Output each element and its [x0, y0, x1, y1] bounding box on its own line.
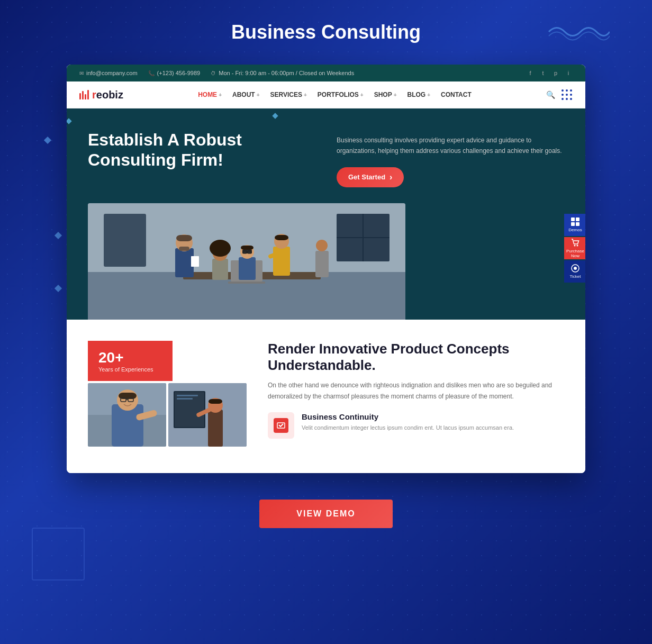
nav-item-services[interactable]: SERVICES +	[266, 88, 311, 102]
nav-link-services[interactable]: SERVICES +	[266, 88, 311, 102]
pinterest-icon[interactable]: p	[551, 69, 560, 77]
svg-point-17	[210, 240, 231, 257]
logo-text: reobiz	[92, 89, 123, 101]
logo-bar-2	[82, 91, 84, 99]
logo-bar-1	[79, 93, 81, 99]
instagram-icon[interactable]: i	[564, 69, 573, 77]
get-started-button[interactable]: Get Started	[337, 167, 404, 187]
nav-right: 🔍	[546, 89, 573, 101]
lower-right: Render Innovative Product Concepts Under…	[268, 341, 564, 447]
lower-section-title: Render Innovative Product Concepts Under…	[268, 341, 564, 374]
dot-5	[566, 94, 568, 96]
phone-bar-item: 📞 (+123) 456-9989	[148, 70, 201, 76]
svg-point-29	[316, 240, 328, 251]
dot-4	[562, 94, 564, 96]
email-text: info@company.com	[86, 70, 138, 76]
nav-link-portfolios[interactable]: PORTFOLIOS +	[313, 88, 368, 102]
demos-button[interactable]: Demos	[564, 214, 585, 236]
navbar: reobiz HOME + ABOUT + SERVICES + PORT	[67, 81, 585, 108]
hero-left: Establish A Robust Consulting Firm!	[88, 130, 315, 170]
svg-point-35	[577, 244, 578, 246]
hours-bar-item: ⏱ Mon - Fri: 9:00 am - 06:00pm / Closed …	[211, 70, 354, 76]
dot-1	[562, 89, 564, 92]
purchase-label: Purchase Now	[564, 249, 585, 258]
phone-icon: 📞	[148, 70, 155, 76]
nav-item-portfolios[interactable]: PORTFOLIOS +	[313, 88, 368, 102]
nav-item-shop[interactable]: SHOP +	[370, 88, 401, 102]
lower-section-desc: On the other hand we denounce with right…	[268, 380, 564, 402]
clock-icon: ⏱	[211, 70, 216, 76]
logo-bar-4	[87, 90, 89, 99]
ticket-button[interactable]: Ticket	[564, 260, 585, 283]
svg-rect-3	[104, 214, 146, 267]
svg-rect-26	[275, 235, 288, 240]
twitter-icon[interactable]: t	[539, 69, 547, 77]
dot-6	[570, 94, 572, 96]
lower-section: 20+ Years of Experiences	[67, 320, 585, 473]
nav-link-about[interactable]: ABOUT +	[228, 88, 264, 102]
dot-3	[570, 89, 572, 92]
svg-rect-50	[175, 392, 204, 427]
nav-item-home[interactable]: HOME +	[194, 88, 226, 102]
nav-item-about[interactable]: ABOUT +	[228, 88, 264, 102]
nav-item-blog[interactable]: BLOG +	[403, 88, 435, 102]
diamond-1	[44, 137, 51, 144]
stats-label: Years of Experiences	[98, 366, 162, 373]
feature-text: Velit condimentum integer lectus ipsum c…	[302, 423, 514, 433]
nav-link-blog[interactable]: BLOG +	[403, 88, 435, 102]
hero-right: Business consulting involves providing e…	[337, 130, 564, 187]
svg-rect-28	[315, 251, 329, 277]
hero-title: Establish A Robust Consulting Firm!	[88, 130, 315, 170]
nav-plus-shop: +	[394, 92, 397, 98]
hero-image	[88, 203, 405, 320]
diamond-3	[55, 285, 62, 292]
lower-img-1	[88, 383, 166, 447]
svg-rect-13	[179, 247, 189, 251]
nav-link-contact[interactable]: CONTACT	[437, 88, 476, 102]
hero-image-container: Demos Purchase Now Ticket	[88, 203, 564, 320]
mockup-container: ✉ info@company.com 📞 (+123) 456-9989 ⏱ M…	[67, 65, 585, 473]
svg-rect-33	[576, 222, 579, 226]
svg-rect-14	[191, 256, 199, 267]
hours-text: Mon - Fri: 9:00 am - 06:00pm / Closed on…	[219, 70, 354, 76]
svg-rect-9	[228, 282, 265, 284]
demos-label: Demos	[568, 228, 582, 232]
hero-section: Establish A Robust Consulting Firm! Busi…	[67, 108, 585, 320]
dot-2	[566, 89, 568, 92]
nav-item-contact[interactable]: CONTACT	[437, 88, 476, 102]
logo[interactable]: reobiz	[79, 89, 123, 101]
phone-text: (+123) 456-9989	[157, 70, 201, 76]
svg-point-37	[574, 267, 577, 270]
email-icon: ✉	[79, 70, 84, 76]
purchase-button[interactable]: Purchase Now	[564, 237, 585, 259]
view-demo-button[interactable]: VIEW DEMO	[259, 500, 392, 528]
nav-link-home[interactable]: HOME +	[194, 88, 226, 102]
hero-diamond-2	[272, 113, 278, 119]
svg-rect-31	[576, 217, 579, 221]
svg-rect-52	[177, 398, 193, 400]
svg-rect-53	[208, 410, 223, 447]
facebook-icon[interactable]: f	[526, 69, 535, 77]
floating-actions: Demos Purchase Now Ticket	[564, 214, 585, 283]
dots-grid[interactable]	[562, 89, 573, 101]
hero-description: Business consulting involves providing e…	[337, 135, 564, 157]
svg-point-34	[574, 244, 576, 246]
nav-plus-blog: +	[427, 92, 430, 98]
feature-title: Business Continuity	[302, 412, 514, 421]
svg-rect-18	[239, 257, 256, 280]
nav-link-shop[interactable]: SHOP +	[370, 88, 401, 102]
lower-img-2	[168, 383, 247, 447]
ticket-label: Ticket	[569, 274, 581, 279]
svg-rect-32	[571, 222, 575, 226]
stats-number: 20+	[98, 349, 162, 366]
page-title: Business Consulting	[231, 21, 421, 43]
square-decoration	[32, 528, 85, 580]
lower-left: 20+ Years of Experiences	[88, 341, 247, 447]
svg-rect-20	[242, 250, 252, 253]
nav-plus-portfolios: +	[360, 92, 364, 98]
search-icon[interactable]: 🔍	[546, 90, 555, 99]
top-bar: ✉ info@company.com 📞 (+123) 456-9989 ⏱ M…	[67, 65, 585, 81]
top-bar-right: f t p i	[526, 69, 573, 77]
dot-9	[570, 98, 572, 100]
stats-box: 20+ Years of Experiences	[88, 341, 173, 381]
